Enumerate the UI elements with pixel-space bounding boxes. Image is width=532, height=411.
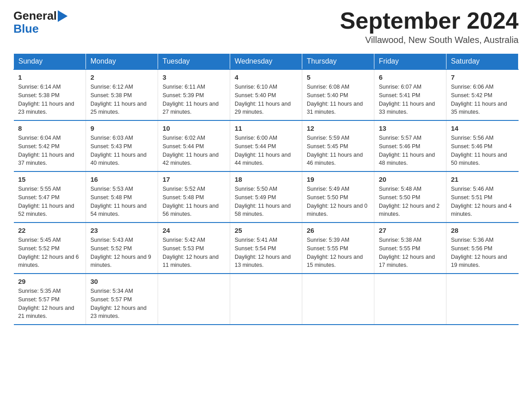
month-year-title: September 2024	[340, 9, 519, 32]
day-number: 19	[307, 176, 369, 183]
day-info: Sunrise: 5:59 AMSunset: 5:45 PMDaylight:…	[307, 134, 369, 167]
day-number: 5	[307, 73, 369, 81]
weekday-header-friday: Friday	[374, 54, 446, 70]
calendar-day-cell: 11Sunrise: 6:00 AMSunset: 5:44 PMDayligh…	[230, 120, 302, 171]
day-number: 20	[379, 176, 442, 183]
day-number: 29	[18, 278, 82, 285]
day-info: Sunrise: 6:04 AMSunset: 5:42 PMDaylight:…	[18, 134, 82, 167]
page-header: General Blue September 2024 Villawood, N…	[13, 9, 519, 45]
day-info: Sunrise: 6:12 AMSunset: 5:38 PMDaylight:…	[90, 83, 153, 116]
logo-blue-text: Blue	[13, 23, 39, 34]
day-info: Sunrise: 6:03 AMSunset: 5:43 PMDaylight:…	[90, 134, 153, 167]
day-number: 28	[451, 227, 514, 234]
day-info: Sunrise: 5:34 AMSunset: 5:57 PMDaylight:…	[90, 287, 153, 321]
calendar-day-cell: 18Sunrise: 5:50 AMSunset: 5:49 PMDayligh…	[230, 171, 302, 223]
calendar-day-cell: 13Sunrise: 5:57 AMSunset: 5:46 PMDayligh…	[374, 120, 446, 171]
day-info: Sunrise: 5:49 AMSunset: 5:50 PMDaylight:…	[307, 185, 369, 218]
day-number: 22	[18, 227, 82, 234]
calendar-day-cell: 30Sunrise: 5:34 AMSunset: 5:57 PMDayligh…	[86, 274, 158, 325]
day-info: Sunrise: 5:50 AMSunset: 5:49 PMDaylight:…	[235, 185, 297, 218]
calendar-day-cell: 16Sunrise: 5:53 AMSunset: 5:48 PMDayligh…	[86, 171, 158, 223]
day-number: 26	[307, 227, 369, 234]
calendar-day-cell: 26Sunrise: 5:39 AMSunset: 5:55 PMDayligh…	[302, 223, 374, 274]
calendar-day-cell: 25Sunrise: 5:41 AMSunset: 5:54 PMDayligh…	[230, 223, 302, 274]
day-number: 25	[235, 227, 297, 234]
day-info: Sunrise: 6:07 AMSunset: 5:41 PMDaylight:…	[379, 83, 442, 116]
calendar-week-row: 22Sunrise: 5:45 AMSunset: 5:52 PMDayligh…	[14, 223, 519, 274]
weekday-header-sunday: Sunday	[14, 54, 86, 70]
day-info: Sunrise: 5:57 AMSunset: 5:46 PMDaylight:…	[379, 134, 442, 167]
calendar-day-cell: 7Sunrise: 6:06 AMSunset: 5:42 PMDaylight…	[446, 69, 519, 120]
calendar-day-cell: 20Sunrise: 5:48 AMSunset: 5:50 PMDayligh…	[374, 171, 446, 223]
calendar-day-cell: 28Sunrise: 5:36 AMSunset: 5:56 PMDayligh…	[446, 223, 519, 274]
calendar-week-row: 29Sunrise: 5:35 AMSunset: 5:57 PMDayligh…	[14, 274, 519, 325]
day-number: 7	[451, 73, 514, 81]
calendar-day-cell	[302, 274, 374, 325]
day-number: 17	[163, 176, 225, 183]
day-number: 14	[451, 124, 514, 132]
day-info: Sunrise: 5:45 AMSunset: 5:52 PMDaylight:…	[18, 236, 82, 270]
calendar-day-cell: 23Sunrise: 5:43 AMSunset: 5:52 PMDayligh…	[86, 223, 158, 274]
day-info: Sunrise: 6:00 AMSunset: 5:44 PMDaylight:…	[235, 134, 297, 167]
logo: General Blue	[13, 9, 68, 34]
day-number: 12	[307, 124, 369, 132]
day-info: Sunrise: 6:06 AMSunset: 5:42 PMDaylight:…	[451, 83, 514, 116]
day-number: 18	[235, 176, 297, 183]
day-number: 16	[90, 176, 153, 183]
day-number: 27	[379, 227, 442, 234]
calendar-day-cell	[446, 274, 519, 325]
day-number: 15	[18, 176, 82, 183]
calendar-day-cell	[374, 274, 446, 325]
day-number: 30	[90, 278, 153, 285]
day-number: 8	[18, 124, 82, 132]
day-info: Sunrise: 6:02 AMSunset: 5:44 PMDaylight:…	[163, 134, 225, 167]
calendar-day-cell: 12Sunrise: 5:59 AMSunset: 5:45 PMDayligh…	[302, 120, 374, 171]
calendar-day-cell	[158, 274, 230, 325]
day-info: Sunrise: 5:39 AMSunset: 5:55 PMDaylight:…	[307, 236, 369, 270]
calendar-day-cell: 10Sunrise: 6:02 AMSunset: 5:44 PMDayligh…	[158, 120, 230, 171]
day-number: 21	[451, 176, 514, 183]
day-info: Sunrise: 5:55 AMSunset: 5:47 PMDaylight:…	[18, 185, 82, 218]
logo-general-text: General	[13, 9, 57, 23]
calendar-day-cell: 24Sunrise: 5:42 AMSunset: 5:53 PMDayligh…	[158, 223, 230, 274]
calendar-day-cell: 29Sunrise: 5:35 AMSunset: 5:57 PMDayligh…	[14, 274, 86, 325]
weekday-header-row: SundayMondayTuesdayWednesdayThursdayFrid…	[14, 54, 519, 70]
svg-marker-0	[58, 10, 68, 22]
day-number: 13	[379, 124, 442, 132]
calendar-week-row: 8Sunrise: 6:04 AMSunset: 5:42 PMDaylight…	[14, 120, 519, 171]
day-info: Sunrise: 5:42 AMSunset: 5:53 PMDaylight:…	[163, 236, 225, 270]
calendar-day-cell: 17Sunrise: 5:52 AMSunset: 5:48 PMDayligh…	[158, 171, 230, 223]
weekday-header-wednesday: Wednesday	[230, 54, 302, 70]
calendar-day-cell: 27Sunrise: 5:38 AMSunset: 5:55 PMDayligh…	[374, 223, 446, 274]
day-info: Sunrise: 5:35 AMSunset: 5:57 PMDaylight:…	[18, 287, 82, 321]
day-number: 24	[163, 227, 225, 234]
calendar-day-cell: 2Sunrise: 6:12 AMSunset: 5:38 PMDaylight…	[86, 69, 158, 120]
day-info: Sunrise: 6:11 AMSunset: 5:39 PMDaylight:…	[163, 83, 225, 116]
weekday-header-tuesday: Tuesday	[158, 54, 230, 70]
calendar-day-cell: 19Sunrise: 5:49 AMSunset: 5:50 PMDayligh…	[302, 171, 374, 223]
calendar-day-cell: 22Sunrise: 5:45 AMSunset: 5:52 PMDayligh…	[14, 223, 86, 274]
day-number: 9	[90, 124, 153, 132]
day-info: Sunrise: 5:48 AMSunset: 5:50 PMDaylight:…	[379, 185, 442, 218]
calendar-day-cell: 21Sunrise: 5:46 AMSunset: 5:51 PMDayligh…	[446, 171, 519, 223]
day-info: Sunrise: 5:43 AMSunset: 5:52 PMDaylight:…	[90, 236, 153, 270]
weekday-header-monday: Monday	[86, 54, 158, 70]
day-number: 1	[18, 73, 82, 81]
calendar-day-cell: 9Sunrise: 6:03 AMSunset: 5:43 PMDaylight…	[86, 120, 158, 171]
day-number: 2	[90, 73, 153, 81]
day-info: Sunrise: 5:46 AMSunset: 5:51 PMDaylight:…	[451, 185, 514, 218]
calendar-day-cell: 5Sunrise: 6:08 AMSunset: 5:40 PMDaylight…	[302, 69, 374, 120]
calendar-day-cell: 15Sunrise: 5:55 AMSunset: 5:47 PMDayligh…	[14, 171, 86, 223]
day-info: Sunrise: 6:08 AMSunset: 5:40 PMDaylight:…	[307, 83, 369, 116]
calendar-day-cell: 1Sunrise: 6:14 AMSunset: 5:38 PMDaylight…	[14, 69, 86, 120]
location-text: Villawood, New South Wales, Australia	[340, 35, 519, 45]
day-info: Sunrise: 5:52 AMSunset: 5:48 PMDaylight:…	[163, 185, 225, 218]
calendar-table: SundayMondayTuesdayWednesdayThursdayFrid…	[13, 53, 519, 325]
weekday-header-thursday: Thursday	[302, 54, 374, 70]
day-number: 4	[235, 73, 297, 81]
day-info: Sunrise: 5:36 AMSunset: 5:56 PMDaylight:…	[451, 236, 514, 270]
calendar-day-cell: 8Sunrise: 6:04 AMSunset: 5:42 PMDaylight…	[14, 120, 86, 171]
calendar-day-cell: 14Sunrise: 5:56 AMSunset: 5:46 PMDayligh…	[446, 120, 519, 171]
calendar-week-row: 15Sunrise: 5:55 AMSunset: 5:47 PMDayligh…	[14, 171, 519, 223]
day-number: 6	[379, 73, 442, 81]
